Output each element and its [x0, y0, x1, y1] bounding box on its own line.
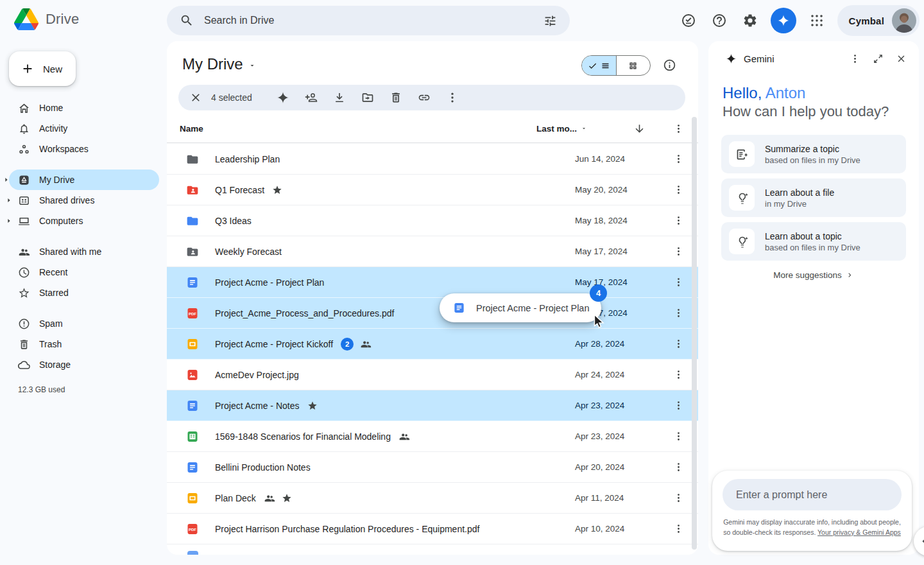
prompt-input[interactable]: Enter a prompt here	[723, 479, 902, 510]
list-view-button[interactable]	[582, 56, 616, 75]
vertical-scrollbar[interactable]	[692, 117, 697, 550]
sidebar-item-trash[interactable]: Trash	[0, 334, 159, 354]
expand-caret-icon[interactable]	[6, 218, 12, 224]
file-row[interactable]: Q1 ForecastMay 20, 2024	[167, 175, 698, 205]
selection-count: 4 selected	[211, 92, 252, 103]
clear-selection-icon[interactable]	[189, 91, 202, 104]
gemini-spark-icon	[777, 14, 790, 27]
more-suggestions-link[interactable]: More suggestions	[708, 270, 919, 280]
chevron-down-icon	[248, 62, 256, 69]
suggestion-card-learn-about-a-file[interactable]: Learn about a filein my Drive	[721, 178, 906, 217]
folder-move-icon[interactable]	[361, 91, 374, 104]
expand-caret-icon[interactable]	[6, 197, 12, 204]
sidebar-item-storage[interactable]: Storage	[0, 354, 159, 375]
offline-ready-icon[interactable]	[681, 13, 696, 28]
lightbulb-icon	[729, 185, 755, 211]
caret-down-icon	[581, 125, 587, 132]
file-row[interactable]: Weekly ForecastMay 17, 2024	[167, 236, 698, 267]
sidebar-item-recent[interactable]: Recent	[0, 262, 159, 282]
avatar[interactable]	[892, 8, 916, 33]
file-row[interactable]: Plan DeckApr 11, 2024	[167, 483, 698, 514]
sidebar-item-spam[interactable]: Spam	[0, 313, 159, 334]
expand-caret-icon[interactable]	[3, 177, 10, 183]
details-info-icon[interactable]	[663, 58, 676, 72]
starred-icon[interactable]	[272, 185, 282, 195]
drag-chip-label: Project Acme - Project Plan	[476, 303, 590, 313]
gemini-button[interactable]	[771, 8, 796, 33]
summarize-icon	[729, 141, 755, 167]
file-extras	[307, 401, 576, 411]
sidebar-item-starred[interactable]: Starred	[0, 282, 159, 303]
gemini-disclaimer: Gemini may display inaccurate info, incl…	[723, 517, 902, 538]
list-header: Name Last mo...	[167, 114, 698, 143]
file-row[interactable]: PDFProject_Acme_Process_and_Procedures.p…	[167, 298, 698, 329]
close-panel-icon[interactable]	[896, 53, 907, 64]
file-row[interactable]: PDFProject Harrison Purchase Regulation …	[167, 514, 698, 544]
kebab-icon	[673, 184, 684, 195]
shared-people-icon	[398, 431, 410, 442]
column-name[interactable]: Name	[180, 124, 536, 134]
search-options-icon[interactable]	[543, 14, 557, 28]
suggestion-title: Summarize a topic	[765, 144, 860, 154]
folder-blue-file-icon	[186, 214, 199, 227]
sidebar-item-computers[interactable]: Computers	[0, 211, 159, 231]
new-button[interactable]: New	[9, 51, 76, 86]
sidebar-item-shared-with-me[interactable]: Shared with me	[0, 241, 159, 262]
sidebar: New HomeActivityWorkspacesMy DriveShared…	[0, 41, 167, 565]
file-row[interactable]: Bellini Production NotesApr 20, 2024	[167, 452, 698, 483]
file-name: Project Acme - Project Plan	[215, 277, 324, 288]
search-bar[interactable]: Search in Drive	[167, 6, 570, 35]
expand-panel-icon[interactable]	[873, 53, 884, 64]
suggestion-card-learn-about-a-topic[interactable]: Learn about a topicbased on files in my …	[721, 222, 906, 261]
gemini-spark-icon	[726, 53, 737, 64]
help-icon[interactable]	[712, 13, 727, 28]
comment-count-badge: 2	[341, 338, 354, 351]
file-name: Q1 Forecast	[215, 185, 264, 195]
privacy-link[interactable]: Your privacy & Gemini Apps	[817, 528, 901, 536]
kebab-icon	[673, 246, 684, 257]
download-icon[interactable]	[333, 91, 346, 104]
apps-grid-icon[interactable]	[809, 13, 825, 28]
kebab-icon[interactable]	[446, 91, 459, 104]
trash-icon[interactable]	[389, 91, 402, 104]
arrow-down-icon	[633, 123, 646, 135]
sidebar-item-home[interactable]: Home	[0, 98, 159, 118]
gemini-greeting: Hello, Anton	[723, 83, 905, 102]
file-row[interactable]: Leadership PlanJun 14, 2024	[167, 144, 698, 175]
sidebar-item-shared-drives[interactable]: Shared drives	[0, 190, 159, 211]
grid-view-button[interactable]	[617, 56, 651, 75]
starred-icon[interactable]	[307, 401, 318, 411]
clock-icon	[18, 266, 30, 279]
pdf-file-icon: PDF	[186, 307, 199, 320]
my-drive-title[interactable]: My Drive	[182, 55, 256, 73]
storage-used-label: 12.3 GB used	[18, 385, 159, 394]
file-row[interactable]: Project Acme - NotesApr 23, 2024	[167, 390, 698, 421]
file-row[interactable]: AcmeDev Project.jpgApr 24, 2024	[167, 360, 698, 390]
sidebar-item-my-drive[interactable]: My Drive	[9, 170, 159, 190]
file-name: AcmeDev Project.jpg	[215, 370, 299, 380]
file-row[interactable]: Project Acme - Project PlanMay 17, 2024	[167, 267, 698, 298]
drive-brand[interactable]: Drive	[14, 8, 79, 30]
file-row[interactable]: Q3 IdeasMay 18, 2024	[167, 205, 698, 236]
shared-drives-icon	[18, 195, 30, 207]
file-name: 1569-1848 Scenarios for Financial Modeli…	[215, 431, 391, 442]
column-last-modified[interactable]: Last mo...	[536, 124, 620, 134]
account-pill[interactable]: Cymbal	[837, 5, 920, 36]
gemini-more-icon[interactable]	[850, 53, 860, 64]
person-add-icon[interactable]	[305, 91, 318, 104]
view-toggle[interactable]	[581, 55, 651, 76]
chevron-left-icon	[918, 535, 924, 547]
file-row[interactable]: 1569-1848 Scenarios for Financial Modeli…	[167, 421, 698, 452]
sidebar-item-workspaces[interactable]: Workspaces	[0, 139, 159, 159]
search-input[interactable]: Search in Drive	[204, 15, 533, 26]
file-row[interactable]: Project Acme - Project Kickoff2Apr 28, 2…	[167, 329, 698, 360]
sidebar-item-activity[interactable]: Activity	[0, 118, 159, 139]
link-icon[interactable]	[418, 91, 431, 104]
chevron-right-icon	[846, 271, 854, 279]
sort-direction[interactable]	[620, 123, 658, 135]
settings-gear-icon[interactable]	[742, 13, 758, 28]
suggestion-card-summarize-a-topic[interactable]: Summarize a topicbased on files in my Dr…	[721, 135, 906, 173]
gemini-spark-icon[interactable]	[277, 91, 289, 104]
trash-icon	[18, 338, 30, 351]
starred-icon[interactable]	[282, 493, 292, 503]
